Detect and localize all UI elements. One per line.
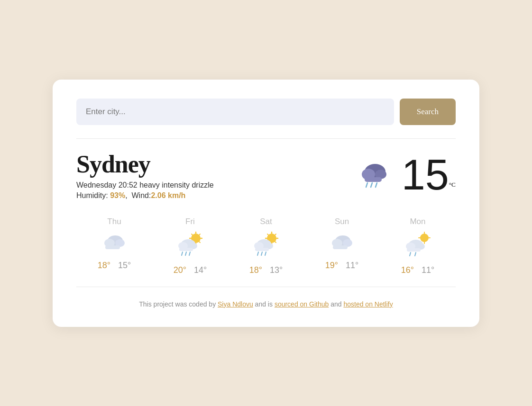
forecast-temps: 20°14° bbox=[174, 265, 207, 275]
forecast-day: Fri 20°14° bbox=[159, 217, 221, 275]
forecast-icon bbox=[328, 231, 356, 256]
forecast-day-label: Sun bbox=[335, 217, 349, 226]
divider-top bbox=[76, 138, 456, 139]
svg-line-35 bbox=[275, 234, 276, 235]
svg-rect-3 bbox=[365, 177, 382, 182]
weather-description: Wednesday 20:52 heavy intensity drizzle bbox=[76, 181, 214, 189]
current-temp-value: 15°C bbox=[402, 153, 456, 196]
svg-rect-39 bbox=[255, 248, 269, 251]
temp-low: 11° bbox=[346, 261, 358, 271]
svg-line-25 bbox=[185, 252, 186, 255]
svg-line-24 bbox=[182, 252, 183, 255]
temp-high: 19° bbox=[325, 261, 338, 271]
svg-rect-10 bbox=[105, 245, 120, 249]
github-link[interactable]: sourced on Github bbox=[275, 300, 329, 308]
footer: This project was coded by Siya Ndlovu an… bbox=[76, 300, 456, 308]
current-weather: Sydney Wednesday 20:52 heavy intensity d… bbox=[76, 150, 456, 200]
svg-line-42 bbox=[265, 252, 266, 255]
forecast-icon bbox=[100, 231, 128, 256]
temp-low: 13° bbox=[270, 265, 283, 275]
forecast-day-label: Thu bbox=[107, 217, 121, 226]
svg-line-57 bbox=[415, 253, 416, 256]
temp-low: 14° bbox=[194, 265, 207, 275]
temp-low: 15° bbox=[118, 261, 131, 271]
temp-low: 11° bbox=[422, 265, 434, 275]
forecast-temps: 19°11° bbox=[325, 261, 358, 271]
forecast-row: Thu 18°15°Fri 20°14°Sat bbox=[76, 217, 456, 275]
city-info: Sydney Wednesday 20:52 heavy intensity d… bbox=[76, 150, 214, 200]
forecast-day-label: Mon bbox=[410, 217, 425, 226]
svg-line-5 bbox=[371, 183, 372, 187]
svg-line-41 bbox=[261, 252, 262, 255]
svg-rect-46 bbox=[333, 245, 348, 249]
svg-line-40 bbox=[257, 252, 258, 255]
svg-line-26 bbox=[189, 252, 190, 255]
current-weather-icon bbox=[355, 157, 393, 192]
forecast-day-label: Fri bbox=[185, 217, 195, 226]
forecast-temps: 18°15° bbox=[98, 261, 131, 271]
svg-rect-23 bbox=[179, 248, 193, 251]
temp-high: 20° bbox=[174, 265, 186, 275]
forecast-day: Sun 19°11° bbox=[311, 217, 373, 271]
divider-bottom bbox=[76, 287, 456, 287]
svg-line-6 bbox=[376, 183, 377, 187]
forecast-temps: 18°13° bbox=[249, 265, 283, 275]
svg-line-19 bbox=[199, 234, 200, 235]
humidity-wind: Humidity: 93%, Wind:2.06 km/h bbox=[76, 191, 214, 200]
forecast-icon bbox=[252, 231, 280, 261]
search-row: sydney Search bbox=[76, 99, 456, 125]
temp-display: 15°C bbox=[355, 153, 456, 196]
search-input[interactable]: sydney bbox=[76, 99, 394, 125]
forecast-icon bbox=[404, 231, 432, 261]
svg-line-17 bbox=[199, 241, 200, 243]
temp-high: 18° bbox=[249, 265, 262, 275]
netlify-link[interactable]: hosted on Netlify bbox=[343, 300, 393, 308]
forecast-day: Thu 18°15° bbox=[83, 217, 145, 271]
svg-line-16 bbox=[192, 234, 193, 235]
forecast-temps: 16°11° bbox=[401, 265, 434, 275]
forecast-icon bbox=[176, 231, 204, 261]
author-link[interactable]: Siya Ndlovu bbox=[218, 300, 253, 308]
weather-card: sydney Search Sydney Wednesday 20:52 hea… bbox=[53, 80, 479, 327]
svg-line-32 bbox=[267, 234, 269, 235]
svg-line-33 bbox=[275, 241, 276, 243]
svg-line-56 bbox=[410, 253, 411, 256]
forecast-day: Mon 16°11° bbox=[387, 217, 449, 275]
svg-line-4 bbox=[366, 183, 367, 187]
city-name: Sydney bbox=[76, 150, 214, 178]
svg-point-47 bbox=[420, 234, 429, 242]
forecast-day-label: Sat bbox=[260, 217, 272, 226]
temp-high: 16° bbox=[401, 265, 414, 275]
forecast-day: Sat 18°13° bbox=[235, 217, 297, 275]
search-button[interactable]: Search bbox=[400, 99, 456, 125]
temp-high: 18° bbox=[98, 261, 110, 271]
svg-rect-55 bbox=[407, 248, 421, 252]
